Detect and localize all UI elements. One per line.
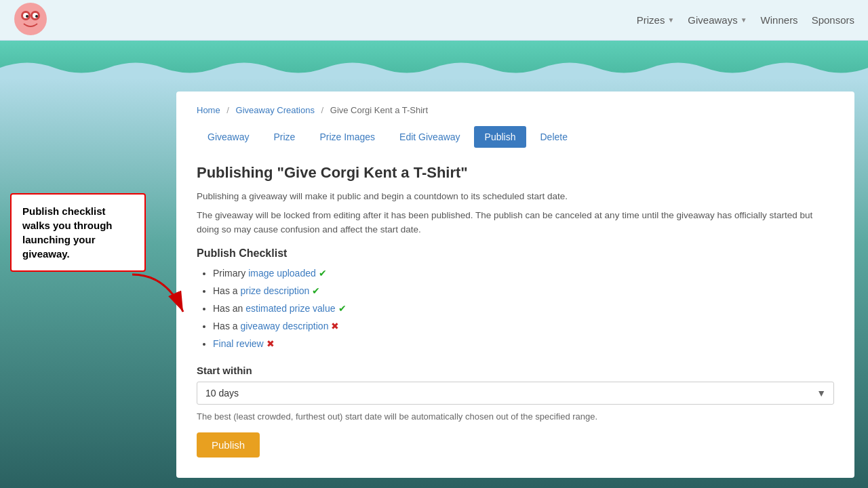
checklist-status-1: ✔ [319,268,327,279]
breadcrumb-creations[interactable]: Giveaway Creations [236,105,315,115]
tab-nav: Giveaway Prize Prize Images Edit Giveawa… [197,126,834,148]
checklist-status-3: ✔ [338,303,347,314]
tab-prize[interactable]: Prize [262,126,306,148]
tab-giveaway[interactable]: Giveaway [197,126,260,148]
wave-decoration [0,41,868,78]
checklist-item-4: Has a giveaway description✖ [213,319,834,333]
checklist-item-1: Primary image uploaded✔ [213,266,834,281]
breadcrumb-current: Give Corgi Kent a T-Shirt [330,105,428,115]
checklist-item-5: Final review✖ [213,337,834,351]
callout-box: Publish checklist walks you through laun… [10,193,146,272]
checklist-link-5[interactable]: Final review [213,338,264,349]
start-within-wrapper: 1 day 3 days 5 days 7 days 10 days 14 da… [197,382,834,405]
hint-text: The best (least crowded, furthest out) s… [197,411,834,422]
nav-giveaways[interactable]: Giveaways ▼ [688,14,747,26]
callout-arrow [125,268,193,322]
checklist-link-3[interactable]: estimated prize value [245,303,335,314]
giveaways-dropdown-arrow: ▼ [741,16,747,24]
checklist-status-5: ✖ [267,338,275,349]
tab-delete[interactable]: Delete [529,126,578,148]
breadcrumb-home[interactable]: Home [197,105,220,115]
svg-point-0 [14,3,47,35]
start-within-label: Start within [197,365,834,376]
checklist-link-1[interactable]: image uploaded [248,268,316,279]
page-title: Publishing "Give Corgi Kent a T-Shirt" [197,164,834,182]
nav-sponsors[interactable]: Sponsors [812,14,854,26]
page-desc2: The giveaway will be locked from editing… [197,209,834,237]
checklist-status-2: ✔ [312,285,320,296]
prizes-dropdown-arrow: ▼ [667,16,674,24]
publish-button[interactable]: Publish [197,432,260,458]
logo [14,2,47,38]
tab-publish[interactable]: Publish [474,126,527,148]
breadcrumb-sep1: / [226,105,229,115]
checklist-link-4[interactable]: giveaway description [240,321,328,331]
checklist-item-3: Has an estimated prize value✔ [213,302,834,316]
page-desc1: Publishing a giveaway will make it publi… [197,190,834,203]
checklist-item-2: Has a prize description✔ [213,284,834,298]
navbar-links: Prizes ▼ Giveaways ▼ Winners Sponsors [637,14,854,26]
checklist-status-4: ✖ [331,321,339,331]
main-wrapper: Publish checklist walks you through laun… [0,78,868,488]
checklist-title: Publish Checklist [197,247,834,260]
svg-point-6 [35,15,38,18]
nav-prizes[interactable]: Prizes ▼ [637,14,675,26]
tab-edit-giveaway[interactable]: Edit Giveaway [389,126,471,148]
navbar: Prizes ▼ Giveaways ▼ Winners Sponsors [0,0,868,41]
start-within-select[interactable]: 1 day 3 days 5 days 7 days 10 days 14 da… [197,382,834,405]
nav-winners[interactable]: Winners [761,14,798,26]
tab-prize-images[interactable]: Prize Images [309,126,386,148]
publish-checklist: Primary image uploaded✔ Has a prize desc… [197,266,834,351]
content-card: Home / Giveaway Creations / Give Corgi K… [176,92,854,478]
breadcrumb: Home / Giveaway Creations / Give Corgi K… [197,105,834,115]
checklist-link-2[interactable]: prize description [240,285,309,296]
svg-point-5 [26,15,28,18]
breadcrumb-sep2: / [321,105,324,115]
